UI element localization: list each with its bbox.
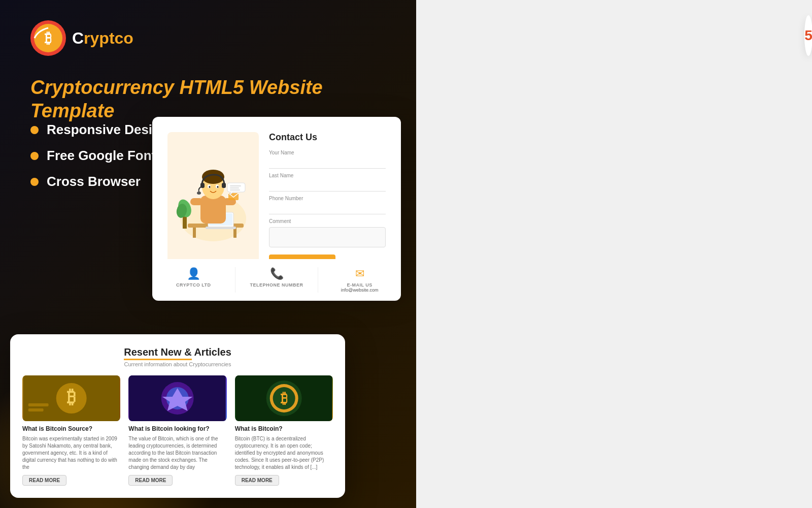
phone-icon: 📞 (235, 267, 318, 280)
svg-text:₿: ₿ (45, 30, 52, 46)
articles-subtitle: Current information about Cryptocurrenci… (22, 361, 333, 367)
feature-dot (30, 126, 39, 134)
article-title-2: What is Bitcoin looking for? (128, 425, 226, 432)
read-more-btn-3[interactable]: READ MORE (235, 475, 279, 486)
contact-person-svg (173, 157, 254, 244)
read-more-btn-1[interactable]: READ MORE (22, 475, 66, 486)
articles-title-highlight: Resent New & (124, 346, 191, 360)
contact-email-label: E-MAIL US (318, 282, 401, 288)
svg-rect-29 (230, 189, 240, 190)
feature-label-font: Free Google Font (47, 148, 156, 164)
feature-browser: Cross Browser (30, 174, 168, 189)
html5-label: 5 (804, 27, 812, 44)
svg-point-24 (197, 192, 201, 195)
svg-rect-14 (190, 198, 203, 205)
articles-grid: ₿ What is Bitcoin Source? Bitcoin was ex… (22, 375, 333, 486)
article-text-1: Bitcoin was experimentally started in 20… (22, 435, 120, 471)
company-icon: 👤 (152, 267, 235, 280)
article-image-1: ₿ (22, 375, 120, 421)
contact-info-company: 👤 CRYPTCO LTD (152, 267, 235, 293)
form-input-lastname[interactable] (269, 179, 386, 192)
article-image-3: ₿ (235, 375, 333, 421)
form-label-lastname: Last Name (269, 173, 386, 178)
article-text-3: Bitcoin (BTC) is a decentralized cryptoc… (235, 435, 333, 471)
bitcoin-image-svg: ₿ (22, 375, 120, 421)
contact-company-label: CRYPTCO LTD (152, 282, 235, 288)
btc-image-svg: ₿ (235, 375, 333, 421)
articles-card: Resent New & Articles Current informatio… (10, 334, 345, 498)
article-title-3: What is Bitcoin? (235, 425, 333, 432)
contact-info-email: ✉ E-MAIL US info@website.com (318, 267, 401, 293)
articles-header: Resent New & Articles (22, 346, 333, 358)
contact-illustration (167, 132, 259, 269)
feature-responsive: Responsive Design (30, 122, 168, 138)
crypto-image-svg (128, 375, 226, 421)
article-item-1: ₿ What is Bitcoin Source? Bitcoin was ex… (22, 375, 120, 486)
email-icon: ✉ (318, 267, 401, 280)
svg-rect-34 (28, 408, 44, 411)
contact-form-area: Contact Us Your Name Last Name Phone Num… (269, 132, 386, 269)
form-input-name[interactable] (269, 156, 386, 169)
article-title-1: What is Bitcoin Source? (22, 425, 120, 432)
contact-form-title: Contact Us (269, 132, 386, 143)
feature-label-responsive: Responsive Design (47, 122, 168, 138)
form-textarea-comment[interactable] (269, 227, 386, 247)
logo-icon: ₿ (30, 20, 66, 56)
article-item-3: ₿ What is Bitcoin? Bitcoin (BTC) is a de… (235, 375, 333, 486)
main-title: Cryptocurrency HTML5 Website Template (30, 76, 386, 122)
svg-rect-33 (28, 403, 49, 406)
articles-title: Resent New & Articles (22, 346, 333, 358)
article-item-2: What is Bitcoin looking for? The value o… (128, 375, 226, 486)
svg-rect-12 (206, 227, 236, 229)
logo-area: ₿ Cryptco (30, 20, 133, 56)
feature-dot-2 (30, 152, 39, 160)
article-image-2 (128, 375, 226, 421)
svg-text:₿: ₿ (280, 391, 287, 406)
html5-icon-circle: 5 (804, 15, 812, 56)
contact-email-value: info@website.com (318, 288, 401, 293)
svg-rect-8 (193, 228, 196, 238)
form-label-comment: Comment (269, 218, 386, 224)
contact-info-row: 👤 CRYPTCO LTD 📞 TELEPHONE NUMBER ✉ E-MAI… (152, 259, 401, 301)
main-heading: Cryptocurrency HTML5 Website Template (30, 76, 386, 122)
article-text-2: The value of Bitcoin, which is one of th… (128, 435, 226, 471)
features-list: Responsive Design Free Google Font Cross… (30, 122, 168, 200)
svg-point-20 (209, 186, 211, 188)
contact-info-phone: 📞 TELEPHONE NUMBER (235, 267, 319, 293)
svg-point-21 (217, 186, 219, 188)
read-more-btn-2[interactable]: READ MORE (128, 475, 173, 486)
form-label-phone: Phone Number (269, 196, 386, 201)
left-panel: ₿ Cryptco Cryptocurrency HTML5 Website T… (0, 0, 416, 508)
form-input-phone[interactable] (269, 202, 386, 214)
svg-rect-23 (222, 183, 226, 188)
svg-rect-13 (200, 196, 226, 224)
feature-font: Free Google Font (30, 148, 168, 164)
contact-phone-label: TELEPHONE NUMBER (235, 282, 318, 288)
right-panel: 5 3 B ⊞ ₿ Cryptco HOME BLOG (416, 0, 812, 508)
svg-rect-28 (230, 187, 239, 188)
feature-label-browser: Cross Browser (47, 174, 141, 189)
logo-text: Cryptco (72, 29, 133, 48)
form-label-name: Your Name (269, 150, 386, 155)
feature-dot-3 (30, 178, 39, 186)
svg-rect-27 (230, 185, 241, 186)
svg-text:₿: ₿ (67, 387, 76, 407)
